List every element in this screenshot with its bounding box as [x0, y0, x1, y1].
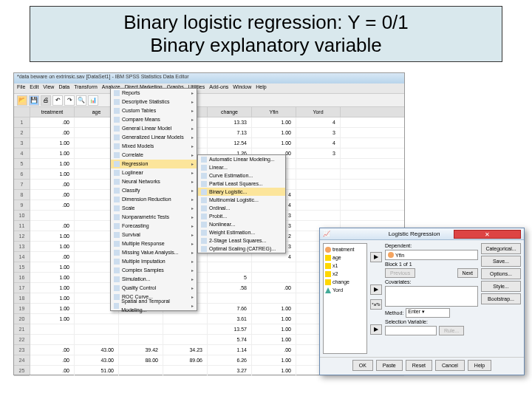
data-cell[interactable]	[30, 335, 75, 344]
regression-submenu-item[interactable]: Probit...	[198, 212, 285, 220]
data-cell[interactable]: 1.00	[30, 138, 75, 148]
data-cell[interactable]	[75, 335, 119, 344]
move-to-selection-button[interactable]: ▶	[370, 324, 382, 335]
regression-submenu-item[interactable]: Partial Least Squares...	[198, 180, 285, 188]
data-cell[interactable]: 1.00	[252, 117, 296, 127]
data-cell[interactable]: 1.00	[252, 128, 296, 137]
row-header[interactable]: 7	[14, 180, 30, 190]
move-to-dependent-button[interactable]: ▶	[370, 252, 382, 262]
help-button[interactable]: Help	[468, 360, 491, 371]
analyze-menu-item[interactable]: Regression	[111, 160, 197, 168]
data-cell[interactable]: 1.00	[30, 314, 75, 324]
data-cell[interactable]: .00	[30, 128, 75, 137]
data-cell[interactable]: 7.66	[208, 304, 252, 313]
row-header[interactable]: 9	[14, 200, 30, 211]
row-header[interactable]: 20	[14, 314, 30, 324]
data-cell[interactable]: .00	[30, 190, 75, 200]
variable-item[interactable]: change	[325, 278, 365, 286]
data-cell[interactable]: 1.00	[252, 335, 296, 344]
bootstrap-button[interactable]: Bootstrap...	[481, 293, 521, 304]
analyze-menu-item[interactable]: Reports	[111, 89, 197, 98]
data-cell[interactable]: 12.54	[208, 138, 252, 148]
categorical-button[interactable]: Categorical...	[481, 243, 521, 254]
save-icon[interactable]: 💾	[29, 95, 39, 106]
find-icon[interactable]: 🔍	[76, 95, 86, 106]
data-cell[interactable]	[296, 159, 341, 168]
selection-variable-field[interactable]	[385, 326, 437, 335]
menu-file[interactable]: File	[17, 84, 25, 92]
regression-submenu-item[interactable]: Multinomial Logistic...	[198, 196, 285, 204]
next-button[interactable]: Next	[457, 268, 478, 278]
row-header[interactable]: 3	[14, 138, 30, 149]
data-cell[interactable]: 1.00	[30, 159, 75, 168]
data-cell[interactable]: .00	[30, 366, 75, 375]
menu-view[interactable]: View	[43, 84, 54, 92]
data-cell[interactable]: 1.00	[30, 169, 75, 179]
analyze-menu-item[interactable]: Dimension Reduction	[111, 195, 197, 204]
data-cell[interactable]: 3.61	[208, 314, 252, 324]
analyze-menu-item[interactable]: Forecasting	[111, 222, 197, 231]
data-cell[interactable]: 6.26	[208, 355, 252, 365]
data-cell[interactable]	[296, 211, 341, 220]
analyze-menu-item[interactable]: Survival	[111, 231, 197, 239]
data-cell[interactable]: 89.06	[163, 355, 208, 365]
row-header[interactable]: 12	[14, 231, 30, 242]
data-cell[interactable]: .00	[30, 355, 75, 365]
data-cell[interactable]: .00	[30, 252, 75, 262]
data-cell[interactable]: 1.00	[30, 231, 75, 241]
undo-icon[interactable]: ↶	[52, 95, 63, 106]
data-cell[interactable]	[163, 335, 208, 344]
data-cell[interactable]	[252, 273, 296, 282]
analyze-menu-item[interactable]: Descriptive Statistics	[111, 98, 197, 106]
data-cell[interactable]	[296, 169, 341, 179]
data-cell[interactable]: 43.00	[75, 345, 119, 355]
row-header[interactable]: 18	[14, 293, 30, 304]
redo-icon[interactable]: ↷	[64, 95, 75, 106]
row-header[interactable]: 4	[14, 149, 30, 159]
menu-help[interactable]: Help	[256, 84, 266, 92]
column-header[interactable]: treatment	[30, 107, 75, 117]
reset-button[interactable]: Reset	[406, 360, 432, 371]
chart-icon[interactable]: 📊	[88, 95, 98, 106]
variable-list[interactable]: treatmentagex1x2changeYord	[323, 243, 367, 354]
data-cell[interactable]	[208, 293, 252, 303]
analyze-menu-item[interactable]: Loglinear	[111, 168, 197, 177]
regression-submenu-item[interactable]: Weight Estimation...	[198, 228, 285, 236]
analyze-menu-item[interactable]: General Linear Model	[111, 124, 197, 133]
close-icon[interactable]: ✕	[454, 230, 521, 239]
row-header[interactable]: 8	[14, 190, 30, 200]
data-cell[interactable]	[208, 262, 252, 272]
rule-button[interactable]: Rule...	[439, 326, 464, 335]
paste-button[interactable]: Paste	[376, 360, 403, 371]
regression-submenu-item[interactable]: Binary Logistic...	[198, 188, 285, 196]
data-cell[interactable]: .00	[30, 221, 75, 231]
data-cell[interactable]: 88.00	[119, 355, 163, 365]
options-button[interactable]: Options...	[481, 268, 521, 279]
variable-item[interactable]: treatment	[325, 245, 365, 253]
row-header[interactable]: 23	[14, 345, 30, 355]
data-cell[interactable]: 1.00	[30, 242, 75, 251]
interaction-button[interactable]: *a*b	[370, 299, 382, 310]
variable-item[interactable]: x1	[325, 262, 365, 270]
data-cell[interactable]: 1.00	[252, 304, 296, 313]
menu-window[interactable]: Window	[233, 84, 251, 92]
method-select[interactable]: Enter ▾	[406, 308, 450, 318]
data-cell[interactable]: .00	[252, 283, 296, 293]
row-header[interactable]: 2	[14, 128, 30, 138]
data-cell[interactable]: .00	[30, 200, 75, 210]
data-cell[interactable]: 3	[296, 149, 341, 158]
analyze-menu-item[interactable]: Generalized Linear Models	[111, 133, 197, 142]
analyze-menu-item[interactable]: Compare Means	[111, 115, 197, 124]
analyze-menu-item[interactable]: Correlate	[111, 151, 197, 160]
data-cell[interactable]	[296, 200, 341, 210]
data-cell[interactable]: 4	[296, 117, 341, 127]
menu-add-ons[interactable]: Add-ons	[209, 84, 228, 92]
analyze-menu-item[interactable]: Simulation...	[111, 275, 197, 284]
data-cell[interactable]	[163, 324, 208, 334]
data-cell[interactable]: 5	[208, 273, 252, 282]
row-header[interactable]: 25	[14, 366, 30, 376]
data-cell[interactable]: 1.00	[252, 355, 296, 365]
row-header[interactable]: 11	[14, 221, 30, 231]
row-header[interactable]: 22	[14, 335, 30, 345]
data-cell[interactable]: 7.13	[208, 128, 252, 137]
